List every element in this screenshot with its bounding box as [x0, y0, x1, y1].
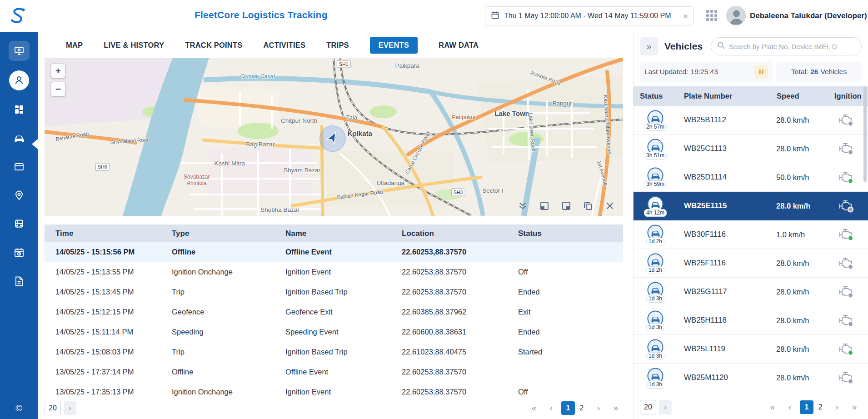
map-label: Canal Circular Road [404, 131, 431, 175]
vehicle-row[interactable]: 1d 3h WB25L1119 28.0 km/h [634, 335, 868, 364]
map-label: Shyam Bazar [284, 167, 320, 174]
zoom-out-button[interactable]: − [51, 82, 65, 96]
event-row[interactable]: 14/05/25 - 15:13:45 PMTripIgnition Based… [45, 282, 623, 302]
vehicle-row[interactable]: 3h 51m WB25C1113 28.0 km/h [634, 135, 868, 163]
pause-refresh-icon[interactable] [754, 65, 768, 79]
sidebar-item-transport[interactable] [9, 214, 30, 234]
event-row[interactable]: 14/05/25 - 15:11:14 PMSpeedingSpeeding E… [45, 322, 623, 342]
map-label: Lake Town [494, 110, 529, 117]
ignition-icon [824, 371, 868, 384]
sidebar-item-monitor[interactable] [9, 41, 30, 61]
monitor-icon [14, 45, 25, 56]
dock-left-icon[interactable] [539, 200, 550, 213]
sidebar-item-location[interactable] [9, 186, 30, 205]
vehicles-first-page-button[interactable]: « [765, 400, 780, 414]
vehicles-prev-page-button[interactable]: ‹ [783, 400, 797, 414]
tab-live-history[interactable]: LIVE & HISTORY [104, 41, 164, 50]
vehicles-last-page-button[interactable]: » [847, 400, 862, 414]
vehicle-speed: 28.0 km/h [770, 259, 824, 268]
tab-events[interactable]: EVENTS [370, 37, 418, 54]
event-name: Speeding Event [274, 328, 391, 336]
event-type: Ignition Onchange [161, 268, 274, 276]
tab-raw-data[interactable]: RAW DATA [439, 41, 479, 50]
tab-activities[interactable]: ACTIVITIES [263, 41, 305, 50]
sidebar-item-report[interactable] [9, 272, 30, 291]
map-canvas[interactable]: Circular CanalSH1PaikparaJessore RoadBan… [45, 58, 623, 216]
event-status: Started [507, 348, 623, 356]
map-label: Patipukur [452, 114, 476, 120]
event-location: 22.61023,88.40475 [391, 348, 507, 356]
page-button-1[interactable]: 1 [800, 400, 813, 414]
sidebar-item-device[interactable] [9, 157, 30, 176]
vehicle-row[interactable]: 2h 57m WB25B1112 28.0 km/h [634, 106, 868, 135]
collapse-panel-icon[interactable]: » [640, 37, 658, 55]
map-label: Tala [346, 114, 358, 121]
event-name: Ignition Event [274, 388, 391, 396]
date-clear-icon[interactable]: × [683, 12, 688, 20]
event-name: Ignition Based Trip [274, 348, 391, 356]
ignition-icon [824, 142, 868, 155]
vehicle-plate: WB25B1112 [677, 115, 770, 125]
vehicle-row[interactable]: 1d 2h WB30F1116 1.0 km/h [634, 220, 868, 249]
vehicle-row[interactable]: 4h 12m WB25E1115 28.0 km/h [634, 192, 868, 220]
vehicle-row[interactable]: 1d 3h WB25M1120 28.0 km/h [634, 364, 868, 392]
sidebar-item-schedule[interactable] [9, 243, 30, 262]
map-label: Chitpur North [281, 117, 317, 124]
vehicle-speed: 28.0 km/h [770, 345, 824, 354]
vehicles-next-page-button[interactable]: › [830, 400, 844, 414]
search-icon [717, 41, 725, 51]
vehicles-scrollbar[interactable] [863, 86, 867, 182]
user-menu[interactable]: Debaleena Talukdar (Developer) [726, 6, 867, 25]
page-button-2[interactable]: 2 [575, 401, 589, 415]
tab-map[interactable]: MAP [66, 41, 83, 50]
events-first-page-button[interactable]: « [527, 401, 541, 415]
page-button-2[interactable]: 2 [813, 400, 827, 414]
map-label: Lake Town Road [528, 113, 536, 152]
event-row[interactable]: 13/05/25 - 17:37:14 PMOfflineOffline Eve… [45, 362, 623, 382]
apps-grid-icon[interactable] [705, 9, 719, 23]
event-row[interactable]: 13/05/25 - 17:35:13 PMIgnition OnchangeI… [45, 382, 623, 396]
event-type: Offline [161, 248, 274, 256]
event-row[interactable]: 14/05/25 - 15:08:03 PMTripIgnition Based… [45, 342, 623, 362]
ignition-icon [824, 256, 868, 270]
zoom-in-button[interactable]: + [51, 64, 65, 78]
map-label: Sovabazar Ahiritola [177, 174, 216, 187]
vehicle-plate: WB25C1113 [677, 144, 770, 153]
vehicles-list: 2h 57m WB25B1112 28.0 km/h 3h 5 [634, 106, 868, 392]
vehicle-search-input[interactable] [729, 43, 855, 50]
close-icon[interactable] [604, 200, 616, 213]
events-prev-page-button[interactable]: ‹ [544, 401, 559, 415]
copyright-icon[interactable]: © [0, 403, 38, 414]
vehicle-location-marker[interactable] [325, 130, 340, 147]
event-row[interactable]: 14/05/25 - 15:12:15 PMGeofenceGeofence E… [45, 302, 623, 322]
vehicle-row[interactable]: 1d 3h WB25H1118 28.0 km/h [634, 306, 868, 335]
events-last-page-button[interactable]: » [609, 401, 623, 415]
vehicles-panel-header: » Vehicles [634, 32, 868, 61]
collapse-table-icon[interactable] [517, 200, 529, 213]
sidebar-item-driver[interactable] [9, 70, 29, 90]
date-range-picker[interactable]: Thu 1 May 12:00:00 AM - Wed 14 May 11:59… [485, 6, 694, 25]
event-row[interactable]: 14/05/25 - 15:13:55 PMIgnition OnchangeI… [45, 262, 623, 282]
tab-track-points[interactable]: TRACK POINTS [185, 41, 242, 50]
vehicle-row[interactable]: 1d 3h WB25G1117 28.0 km/h [634, 278, 868, 306]
events-page-numbers: 12 [561, 401, 589, 415]
vehicle-row[interactable]: 1d 2h WB25F1116 28.0 km/h [634, 249, 868, 278]
events-next-page-button[interactable]: › [591, 401, 606, 415]
map-label: Ultadanga [376, 180, 404, 186]
event-location: 22.60253,88.37570 [391, 368, 507, 376]
sidebar-item-vehicles[interactable] [9, 129, 30, 148]
dock-right-icon[interactable] [560, 200, 572, 213]
event-row[interactable]: 14/05/25 - 15:15:56 PMOfflineOffline Eve… [45, 242, 623, 262]
events-page-size-expand-icon[interactable]: › [64, 401, 76, 415]
copy-icon[interactable] [582, 200, 594, 213]
sidebar-item-dashboard[interactable] [9, 100, 30, 119]
event-status: Exit [507, 308, 623, 316]
vehicles-page-size[interactable]: 20 [640, 400, 656, 414]
events-page-size[interactable]: 20 [45, 401, 61, 415]
tab-trips[interactable]: TRIPS [326, 41, 349, 50]
map-label: Benaras Road [55, 130, 89, 142]
page-button-1[interactable]: 1 [561, 401, 575, 415]
vehicle-row[interactable]: 3h 59m WB25D1114 50.0 km/h [634, 163, 868, 192]
duration-badge: 1d 2h [646, 266, 664, 274]
vehicles-page-size-expand-icon[interactable]: › [659, 400, 672, 414]
